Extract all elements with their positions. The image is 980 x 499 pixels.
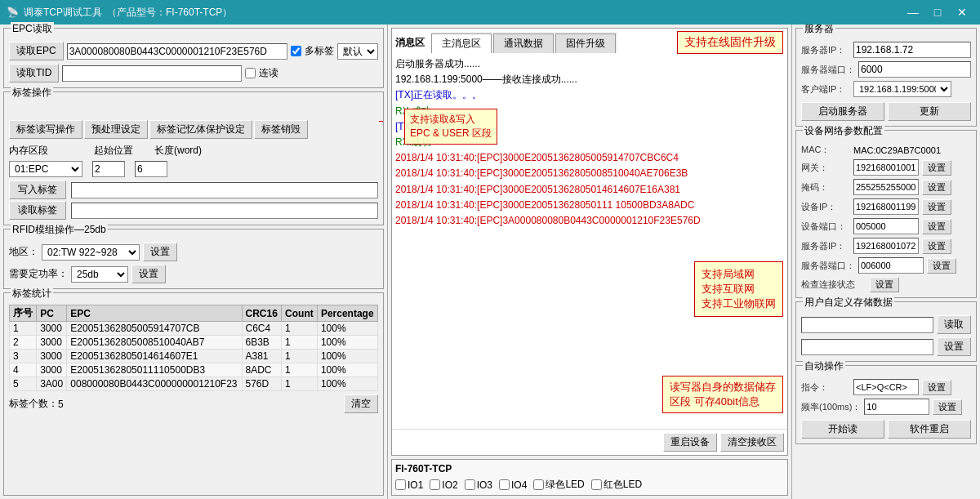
io3-checkbox[interactable] [465, 479, 475, 490]
user-data-section: 用户自定义存储数据 读取 设置 [795, 301, 977, 362]
msg-line: 2018/1/4 10:31:40:[EPC]3000E200513628050… [395, 166, 784, 181]
io1-checkbox[interactable] [395, 479, 406, 490]
tab-comm-data[interactable]: 通讯数据 [493, 33, 554, 53]
mask-input[interactable] [853, 179, 919, 195]
server-port-input[interactable] [858, 61, 971, 78]
region-set-button[interactable]: 设置 [143, 243, 177, 261]
read-tag-input[interactable] [71, 203, 378, 219]
net-server-ip-input[interactable] [853, 238, 919, 254]
cmd-set-button[interactable]: 设置 [922, 380, 951, 395]
read-tag-button[interactable]: 读取标签 [9, 201, 66, 220]
start-server-button[interactable]: 启动服务器 [801, 102, 884, 121]
multi-tag-checkbox[interactable] [291, 46, 301, 56]
device-port-input[interactable] [853, 218, 919, 234]
length-input[interactable] [135, 161, 167, 177]
freq-set-button[interactable]: 设置 [933, 399, 962, 415]
epc-input[interactable] [67, 43, 287, 60]
close-button[interactable]: ✕ [951, 3, 973, 21]
mem-bank-select[interactable]: 01:EPC [9, 161, 82, 177]
user-data-input2[interactable] [801, 339, 933, 355]
io1-label: IO1 [408, 479, 423, 491]
protect-button[interactable]: 标签记忆体保护设定 [149, 120, 252, 139]
power-set-button[interactable]: 设置 [131, 265, 166, 283]
table-row: 53A00008000080B0443C000000001210F23576D1… [10, 377, 378, 391]
destroy-button[interactable]: 标签销毁 [254, 120, 308, 139]
net-server-port-input[interactable] [858, 257, 924, 274]
read-tid-button[interactable]: 读取TID [9, 64, 59, 82]
io2-checkbox[interactable] [430, 479, 440, 490]
green-led-checkbox[interactable] [533, 479, 544, 490]
server-ip-label: 服务器IP： [801, 44, 850, 56]
io4-checkbox[interactable] [499, 479, 510, 490]
gateway-input[interactable] [853, 159, 919, 176]
power-select[interactable]: 25db [71, 266, 128, 283]
annotation-firmware: 支持在线固件升级 [677, 31, 783, 54]
table-row: 23000E20051362805008510040AB76B3B1100% [10, 336, 378, 350]
device-ip-set-button[interactable]: 设置 [922, 199, 951, 215]
col-count: Count [282, 305, 318, 322]
continuous-label: 连读 [259, 66, 278, 80]
green-led-label: 绿色LED [546, 478, 584, 492]
mask-set-button[interactable]: 设置 [922, 180, 951, 195]
preprocess-button[interactable]: 预处理设定 [84, 120, 148, 139]
gateway-label: 网关： [801, 162, 850, 174]
msg-title: 消息区 [395, 36, 425, 50]
stats-section: 标签统计 序号 PC EPC CRC16 Count Percentage 13… [3, 292, 384, 496]
green-led-item: 绿色LED [533, 478, 584, 492]
soft-reset-button[interactable]: 软件重启 [888, 420, 971, 439]
device-ip-input[interactable] [853, 198, 919, 215]
io3-label: IO3 [477, 479, 492, 491]
app-icon: 📡 [7, 7, 19, 18]
default-select[interactable]: 默认 [337, 43, 378, 60]
write-tag-input[interactable] [71, 182, 378, 198]
refresh-button[interactable]: 更新 [888, 102, 971, 121]
clear-stats-button[interactable]: 清空 [344, 394, 378, 413]
region-select[interactable]: 02:TW 922~928 [42, 244, 140, 261]
gateway-set-button[interactable]: 设置 [922, 160, 951, 176]
device-port-set-button[interactable]: 设置 [922, 219, 951, 234]
client-ip-select[interactable]: 192.168.1.199:5000 [853, 81, 951, 97]
clear-recv-button[interactable]: 清空接收区 [720, 433, 784, 452]
app-subtitle: （产品型号：FI-760T-TCP） [107, 6, 232, 20]
length-label: 长度(word) [154, 144, 202, 158]
io2-item: IO2 [430, 479, 457, 491]
main-content: EPC读取 读取EPC 多标签 默认 读取TID 连读 标签操作 标签读写操作 [0, 25, 980, 499]
start-addr-label: 起始位置 [94, 144, 133, 158]
device-port-label: 设备端口： [801, 221, 850, 233]
red-led-item: 红色LED [591, 478, 642, 492]
tid-input[interactable] [62, 65, 242, 82]
cmd-input[interactable] [853, 379, 919, 395]
user-data-set-button[interactable]: 设置 [937, 337, 971, 356]
read-epc-button[interactable]: 读取EPC [9, 42, 64, 60]
red-led-checkbox[interactable] [591, 479, 602, 490]
tab-firmware[interactable]: 固件升级 [555, 33, 616, 53]
start-read-button[interactable]: 开始读 [801, 420, 884, 439]
msg-line: 2018/1/4 10:31:40:[EPC]3A000080080B0443C… [395, 213, 784, 229]
msg-line: 启动服务器成功...... [395, 56, 784, 72]
app-title: 调泰TCP调试工具 [24, 6, 102, 20]
check-conn-set-button[interactable]: 设置 [870, 277, 899, 292]
user-data-input[interactable] [801, 317, 933, 333]
minimize-button[interactable]: — [902, 3, 924, 21]
freq-label: 频率(100ms)： [801, 401, 861, 413]
red-led-label: 红色LED [604, 478, 642, 492]
continuous-checkbox[interactable] [245, 68, 256, 78]
annotation-network: 支持局域网 支持互联网 支持工业物联网 [694, 261, 783, 317]
table-row: 43000E20051362805011110500DB38ADC1100% [10, 363, 378, 377]
rfid-section: RFID模组操作—25db 地区： 02:TW 922~928 设置 5 需要定… [3, 229, 384, 289]
io4-label: IO4 [511, 479, 527, 491]
maximize-button[interactable]: □ [926, 3, 949, 21]
tag-rw-button[interactable]: 标签读写操作 [9, 120, 82, 139]
freq-input[interactable] [864, 399, 929, 415]
server-ip-input[interactable] [853, 42, 971, 58]
start-addr-input[interactable] [92, 161, 125, 177]
stats-table: 序号 PC EPC CRC16 Count Percentage 13000E2… [9, 305, 378, 391]
fi-section: FI-760T-TCP IO1 IO2 IO3 IO4 [391, 459, 788, 496]
write-tag-button[interactable]: 写入标签 [9, 180, 66, 199]
user-data-read-button[interactable]: 读取 [937, 315, 971, 334]
auto-title: 自动操作 [803, 359, 845, 373]
net-server-ip-set-button[interactable]: 设置 [922, 238, 951, 254]
restart-device-button[interactable]: 重启设备 [663, 433, 717, 452]
net-server-port-set-button[interactable]: 设置 [927, 258, 956, 274]
tab-main-msg[interactable]: 主消息区 [431, 33, 492, 54]
